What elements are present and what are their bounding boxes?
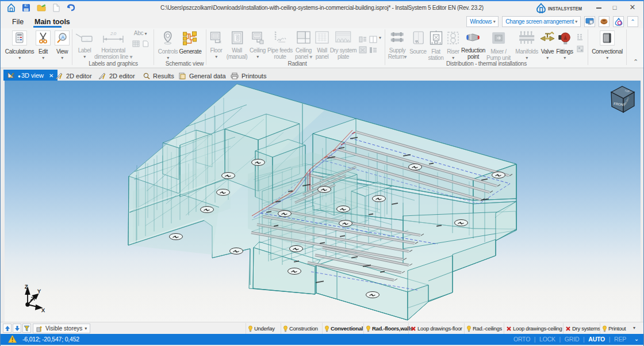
- svg-text:Y: Y: [37, 288, 41, 294]
- svg-text:A: A: [61, 35, 64, 40]
- svg-text:Z: Z: [25, 284, 28, 290]
- svg-text:...: ...: [86, 37, 89, 41]
- svg-text:X: X: [41, 307, 45, 313]
- svg-text:2.0: 2.0: [110, 31, 117, 36]
